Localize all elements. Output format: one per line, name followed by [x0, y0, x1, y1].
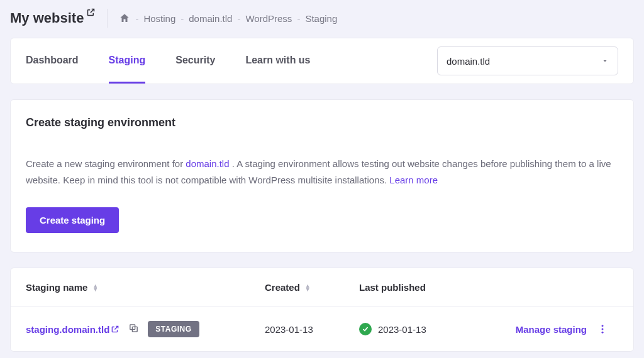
row-actions-menu[interactable]: [587, 323, 618, 335]
external-link-icon: [111, 325, 119, 334]
sort-icon: ▲▼: [92, 284, 98, 291]
manage-staging-link[interactable]: Manage staging: [485, 324, 587, 335]
check-circle-icon: [359, 323, 372, 335]
tab-staging[interactable]: Staging: [109, 38, 146, 84]
copy-icon[interactable]: [128, 323, 139, 336]
th-created[interactable]: Created ▲▼: [265, 282, 359, 293]
site-title: My website: [10, 10, 84, 26]
panel-desc-prefix: Create a new staging environment for: [26, 158, 186, 169]
breadcrumb-wordpress[interactable]: WordPress: [245, 13, 292, 24]
svg-point-3: [602, 328, 604, 330]
breadcrumb-sep: -: [135, 13, 138, 24]
tab-dashboard[interactable]: Dashboard: [26, 38, 79, 84]
last-published-date: 2023-01-13: [378, 324, 426, 335]
create-staging-button[interactable]: Create staging: [26, 207, 119, 233]
panel-title: Create staging environment: [26, 116, 618, 129]
svg-point-4: [602, 332, 604, 334]
table-row: staging.domain.tld STAGING 2023-01-13 20…: [11, 307, 633, 351]
chevron-down-icon: [601, 57, 609, 65]
th-last-published: Last published: [359, 282, 485, 293]
panel-domain-link[interactable]: domain.tld: [186, 158, 229, 169]
th-staging-name[interactable]: Staging name ▲▼: [26, 282, 265, 293]
domain-select-value: domain.tld: [447, 56, 490, 67]
th-name-label: Staging name: [26, 282, 87, 293]
header-divider: [107, 9, 108, 28]
create-staging-panel: Create staging environment Create a new …: [10, 99, 634, 252]
staging-url-link[interactable]: staging.domain.tld: [26, 324, 119, 335]
kebab-icon: [597, 323, 608, 335]
domain-select[interactable]: domain.tld: [437, 46, 618, 75]
breadcrumb-domain[interactable]: domain.tld: [189, 13, 232, 24]
breadcrumb-sep: -: [180, 13, 184, 24]
breadcrumb: - Hosting - domain.tld - WordPress - Sta…: [119, 13, 337, 24]
home-icon[interactable]: [119, 13, 130, 24]
tab-security[interactable]: Security: [175, 38, 215, 84]
staging-badge: STAGING: [148, 321, 199, 337]
created-cell: 2023-01-13: [265, 324, 359, 335]
tabs-card: Dashboard Staging Security Learn with us…: [10, 38, 634, 84]
sort-icon: ▲▼: [305, 284, 311, 291]
staging-table: Staging name ▲▼ Created ▲▼ Last publishe…: [10, 268, 634, 352]
external-link-icon: [86, 8, 96, 17]
breadcrumb-sep: -: [237, 13, 240, 24]
th-created-label: Created: [265, 282, 300, 293]
panel-description: Create a new staging environment for dom…: [26, 156, 618, 188]
site-title-link[interactable]: My website: [10, 10, 96, 26]
th-lastpub-label: Last published: [359, 282, 426, 293]
breadcrumb-sep: -: [297, 13, 300, 24]
last-published-cell: 2023-01-13: [359, 323, 485, 335]
table-header-row: Staging name ▲▼ Created ▲▼ Last publishe…: [11, 268, 633, 307]
staging-url-text: staging.domain.tld: [26, 324, 109, 335]
breadcrumb-staging: Staging: [305, 13, 337, 24]
svg-point-2: [602, 325, 604, 327]
learn-more-link[interactable]: Learn more: [389, 175, 438, 185]
tab-learn[interactable]: Learn with us: [245, 38, 310, 84]
breadcrumb-hosting[interactable]: Hosting: [143, 13, 175, 24]
